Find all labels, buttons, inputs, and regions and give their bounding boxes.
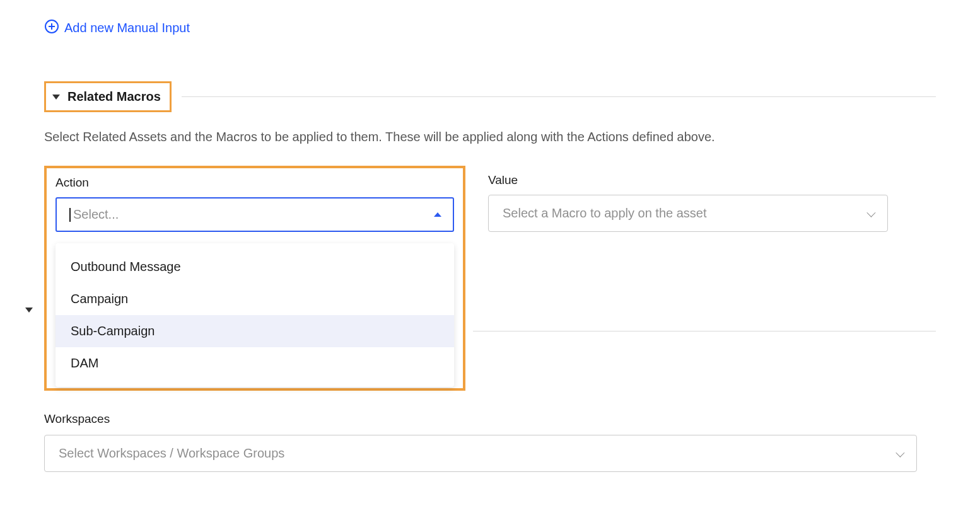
related-macros-description: Select Related Assets and the Macros to … bbox=[44, 130, 936, 144]
related-macros-toggle[interactable]: Related Macros bbox=[44, 81, 172, 112]
text-cursor bbox=[69, 208, 71, 222]
action-dropdown-panel: Outbound Message Campaign Sub-Campaign D… bbox=[55, 243, 454, 387]
value-placeholder: Select a Macro to apply on the asset bbox=[503, 206, 707, 221]
value-field: Value Select a Macro to apply on the ass… bbox=[488, 166, 888, 232]
action-option-sub-campaign[interactable]: Sub-Campaign bbox=[55, 315, 454, 347]
workspaces-label: Workspaces bbox=[44, 412, 936, 426]
related-macros-fields: Action Select... Outbound Message Campai… bbox=[44, 166, 936, 391]
action-placeholder: Select... bbox=[73, 207, 119, 222]
related-macros-header-row: Related Macros bbox=[44, 81, 936, 112]
value-label: Value bbox=[488, 173, 888, 187]
plus-circle-icon bbox=[44, 19, 59, 37]
action-option-campaign[interactable]: Campaign bbox=[55, 283, 454, 315]
action-select[interactable]: Select... bbox=[55, 197, 454, 232]
value-select[interactable]: Select a Macro to apply on the asset bbox=[488, 195, 888, 232]
visibility-section-divider bbox=[473, 331, 936, 331]
add-manual-input-label: Add new Manual Input bbox=[64, 21, 190, 35]
workspaces-section: Workspaces Select Workspaces / Workspace… bbox=[44, 412, 936, 472]
visibility-caret-icon bbox=[25, 308, 33, 326]
action-label: Action bbox=[55, 176, 457, 190]
workspaces-select[interactable]: Select Workspaces / Workspace Groups bbox=[44, 435, 917, 472]
add-manual-input-link[interactable]: Add new Manual Input bbox=[44, 19, 190, 37]
chevron-up-icon bbox=[434, 212, 441, 217]
action-option-dam[interactable]: DAM bbox=[55, 347, 454, 379]
caret-down-icon bbox=[52, 95, 60, 100]
workspaces-placeholder: Select Workspaces / Workspace Groups bbox=[59, 446, 284, 461]
section-divider bbox=[182, 96, 936, 97]
action-option-outbound-message[interactable]: Outbound Message bbox=[55, 251, 454, 283]
chevron-down-icon bbox=[866, 208, 875, 217]
related-macros-title: Related Macros bbox=[67, 89, 161, 104]
action-highlight-box: Action Select... Outbound Message Campai… bbox=[44, 166, 465, 391]
action-field: Action Select... Outbound Message Campai… bbox=[55, 176, 457, 387]
chevron-down-icon bbox=[895, 448, 904, 457]
